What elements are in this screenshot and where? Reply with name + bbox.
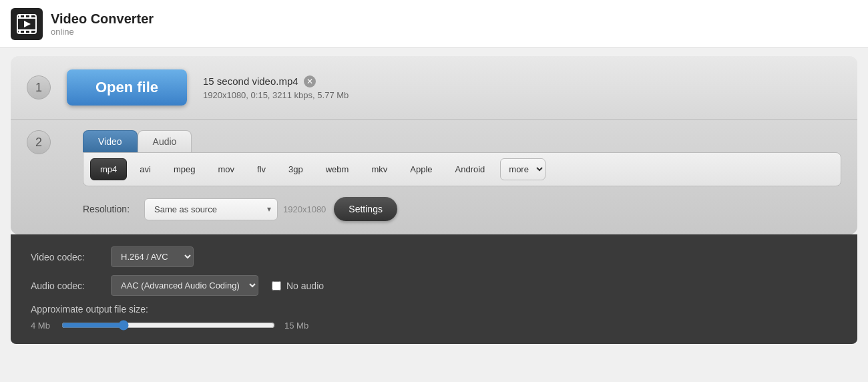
step2-top: 2 Video Audio mp4 avi [27, 130, 841, 221]
film-icon [16, 13, 37, 35]
svg-rect-7 [24, 31, 26, 33]
no-audio-row: No audio [272, 280, 324, 291]
app-title-group: Video Converter online [51, 11, 154, 37]
format-btn-mp4[interactable]: mp4 [90, 158, 127, 180]
step2-section: 2 Video Audio mp4 avi [11, 120, 857, 234]
svg-rect-5 [29, 15, 31, 17]
format-btn-flv[interactable]: flv [247, 158, 276, 180]
audio-codec-row: Audio codec: AAC (Advanced Audio Coding)… [31, 275, 837, 296]
svg-rect-2 [17, 29, 36, 31]
format-btn-android[interactable]: Android [445, 158, 495, 180]
resolution-select[interactable]: Same as source 1920x1080 1280x720 854x48… [144, 198, 278, 220]
tab-audio[interactable]: Audio [138, 130, 192, 152]
filesize-slider[interactable] [61, 320, 275, 331]
main-content: 1 Open file 15 second video.mp4 ✕ 1920x1… [0, 56, 868, 344]
format-btn-apple[interactable]: Apple [400, 158, 442, 180]
format-buttons-row: mp4 avi mpeg mov flv 3gp webm mkv Apple … [83, 152, 841, 186]
app-title: Video Converter [51, 11, 154, 27]
no-audio-label: No audio [286, 280, 324, 291]
filesize-min: 4 Mb [31, 321, 52, 331]
resolution-label: Resolution: [83, 204, 136, 214]
app-logo [11, 8, 43, 40]
app-header: Video Converter online [0, 0, 868, 48]
app-subtitle: online [51, 27, 154, 37]
svg-rect-4 [24, 15, 26, 17]
no-audio-checkbox[interactable] [272, 281, 281, 291]
format-btn-mov[interactable]: mov [208, 158, 244, 180]
file-name-text: 15 second video.mp4 [203, 75, 298, 87]
svg-marker-9 [24, 21, 31, 27]
tab-video[interactable]: Video [83, 130, 138, 152]
format-btn-avi[interactable]: avi [130, 158, 161, 180]
resolution-select-wrapper: Same as source 1920x1080 1280x720 854x48… [144, 198, 278, 220]
file-name-row: 15 second video.mp4 ✕ [203, 75, 349, 87]
filesize-slider-row: 4 Mb 15 Mb [31, 320, 837, 331]
settings-button[interactable]: Settings [334, 197, 397, 221]
step2-number: 2 [27, 130, 51, 154]
svg-rect-1 [17, 17, 36, 19]
resolution-row: Resolution: Same as source 1920x1080 128… [83, 197, 841, 221]
svg-rect-3 [19, 15, 21, 17]
video-codec-select[interactable]: H.264 / AVC H.265 / HEVC MPEG-4 VP9 [111, 246, 194, 267]
resolution-extra-value: 1920x1080 [283, 204, 326, 214]
svg-rect-8 [29, 31, 31, 33]
filesize-label: Approximate output file size: [31, 304, 837, 315]
video-codec-label: Video codec: [31, 252, 104, 262]
video-codec-row: Video codec: H.264 / AVC H.265 / HEVC MP… [31, 246, 837, 267]
step1-number: 1 [27, 75, 51, 100]
audio-codec-label: Audio codec: [31, 280, 104, 291]
media-tabs: Video Audio [83, 130, 841, 152]
format-btn-mkv[interactable]: mkv [361, 158, 397, 180]
open-file-button[interactable]: Open file [67, 69, 187, 106]
file-meta-text: 1920x1080, 0:15, 3211 kbps, 5.77 Mb [203, 90, 349, 100]
audio-codec-select[interactable]: AAC (Advanced Audio Coding) MP3 OGG FLAC [111, 275, 258, 296]
format-more-select[interactable]: more [500, 158, 546, 180]
format-btn-mpeg[interactable]: mpeg [164, 158, 206, 180]
svg-rect-6 [19, 31, 21, 33]
format-tabs-wrapper: Video Audio mp4 avi mpeg mov flv 3gp [83, 130, 841, 221]
format-btn-webm[interactable]: webm [316, 158, 359, 180]
file-info: 15 second video.mp4 ✕ 1920x1080, 0:15, 3… [203, 75, 349, 100]
format-btn-3gp[interactable]: 3gp [278, 158, 313, 180]
close-file-button[interactable]: ✕ [304, 75, 316, 87]
step1-section: 1 Open file 15 second video.mp4 ✕ 1920x1… [11, 56, 857, 120]
step-panel: 1 Open file 15 second video.mp4 ✕ 1920x1… [11, 56, 857, 234]
settings-panel: Video codec: H.264 / AVC H.265 / HEVC MP… [11, 234, 857, 344]
filesize-max: 15 Mb [284, 321, 308, 331]
filesize-row: Approximate output file size: 4 Mb 15 Mb [31, 304, 837, 331]
